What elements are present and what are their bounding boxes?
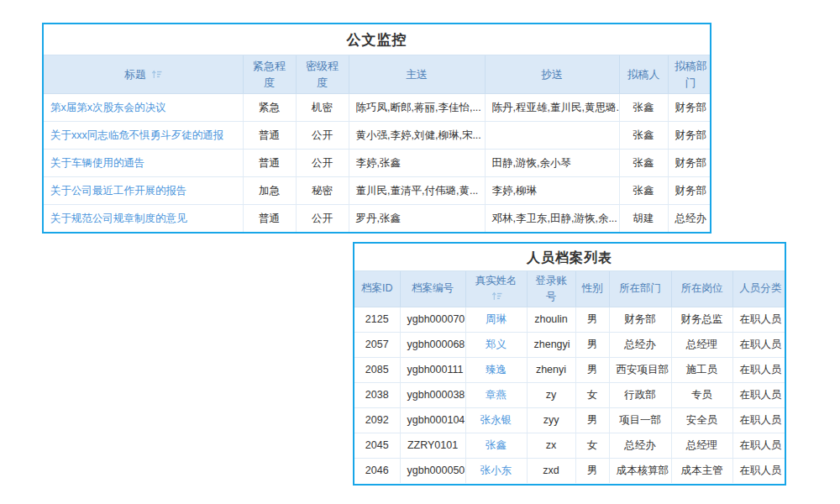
- table-cell: 总经办: [668, 205, 711, 233]
- table-cell: 财务部: [668, 177, 711, 205]
- table-cell: zy: [527, 382, 575, 407]
- link-cell[interactable]: 章燕: [465, 382, 527, 407]
- table-cell: 2125: [354, 307, 400, 332]
- link-cell[interactable]: 张永银: [465, 407, 527, 433]
- table-cell: 董川民,董清平,付伟璐,黄...: [349, 177, 485, 205]
- table-cell: 财务部: [668, 94, 711, 122]
- table-cell: ygbh000111: [400, 357, 465, 382]
- table-cell: 在职人员: [732, 382, 786, 407]
- table-row: 2092ygbh000104张永银zyy男项目一部安全员在职人员: [354, 407, 786, 433]
- table-cell: 秘密: [296, 177, 349, 205]
- doc-monitor-body: 第x届第x次股东会的决议紧急机密陈巧凤,断郎,蒋丽,李佳怡,...陈丹,程亚雄,…: [44, 94, 711, 233]
- column-header: 人员分类: [732, 271, 786, 307]
- table-cell: ZZRY0101: [400, 433, 465, 458]
- link-cell[interactable]: 第x届第x次股东会的决议: [44, 94, 243, 122]
- table-cell: 财务部: [668, 150, 711, 177]
- table-cell: 2057: [354, 332, 400, 357]
- column-header: 登录账号: [527, 271, 575, 307]
- table-cell: 普通: [243, 122, 296, 150]
- table-cell: 公开: [296, 122, 349, 150]
- column-label: 档案ID: [361, 282, 393, 294]
- table-cell: 张鑫: [619, 122, 668, 150]
- link-cell[interactable]: 张鑫: [465, 433, 527, 458]
- table-row: 关于车辆使用的通告普通公开李婷,张鑫田静,游恢,余小琴张鑫财务部: [44, 150, 711, 177]
- link-cell[interactable]: 关于公司最近工作开展的报告: [44, 177, 243, 205]
- column-header[interactable]: 真实姓名: [465, 271, 527, 307]
- table-cell: ygbh000104: [400, 407, 465, 433]
- table-cell: 普通: [243, 205, 296, 233]
- column-label: 人员分类: [739, 282, 781, 294]
- table-cell: zx: [527, 433, 575, 458]
- table-row: 第x届第x次股东会的决议紧急机密陈巧凤,断郎,蒋丽,李佳怡,...陈丹,程亚雄,…: [44, 94, 711, 122]
- table-cell: 2092: [354, 407, 400, 433]
- sort-icon[interactable]: [151, 70, 162, 79]
- table-cell: 在职人员: [732, 433, 786, 458]
- table-cell: 公开: [296, 205, 349, 233]
- table-cell: 项目一部: [609, 407, 671, 433]
- table-row: 2038ygbh000038章燕zy女行政部专员在职人员: [354, 382, 786, 407]
- table-cell: 胡建: [619, 205, 668, 233]
- table-cell: 财务部: [668, 122, 711, 150]
- table-cell: 施工员: [671, 357, 732, 382]
- table-row: 2057ygbh000068郑义zhengyi男总经办总经理在职人员: [354, 332, 786, 357]
- column-label: 主送: [406, 68, 428, 81]
- table-cell: 男: [575, 407, 609, 433]
- column-label: 标题: [124, 68, 146, 81]
- table-row: 2125ygbh000070周琳zhoulin男财务部财务总监在职人员: [354, 307, 786, 332]
- table-cell: 总经办: [609, 433, 671, 458]
- table-cell: 成本核算部: [609, 458, 671, 483]
- doc-monitor-panel: 公文监控 标题 紧急程度密级程度主送抄送拟稿人拟稿部门 第x届第x次股东会的决议…: [42, 23, 711, 234]
- link-cell[interactable]: 关于规范公司规章制度的意见: [44, 205, 243, 233]
- doc-monitor-header: 标题 紧急程度密级程度主送抄送拟稿人拟稿部门: [44, 55, 711, 94]
- link-cell[interactable]: 张小东: [465, 458, 527, 483]
- table-row: 2046ygbh000050张小东zxd男成本核算部成本主管在职人员: [354, 458, 786, 483]
- column-header: 所在部门: [609, 271, 671, 307]
- table-row: 2045ZZRY0101张鑫zx女总经办总经理在职人员: [354, 433, 786, 458]
- table-cell: 西安项目部: [609, 357, 671, 382]
- table-cell: 财务部: [609, 307, 671, 332]
- link-cell[interactable]: 郑义: [465, 332, 527, 357]
- table-cell: 黄小强,李婷,刘健,柳琳,宋...: [349, 122, 485, 150]
- table-cell: 2045: [354, 433, 400, 458]
- doc-monitor-title: 公文监控: [44, 24, 710, 55]
- column-label: 档案编号: [412, 282, 454, 294]
- table-cell: 男: [575, 357, 609, 382]
- link-cell[interactable]: 臻逸: [465, 357, 527, 382]
- column-header[interactable]: 标题: [44, 55, 243, 94]
- table-cell: 田静,游恢,余小琴: [485, 150, 619, 177]
- table-cell: 张鑫: [619, 150, 668, 177]
- column-label: 登录账号: [535, 275, 567, 302]
- table-cell: 陈巧凤,断郎,蒋丽,李佳怡,...: [349, 94, 485, 122]
- column-header: 档案ID: [354, 271, 400, 307]
- personnel-archive-body: 2125ygbh000070周琳zhoulin男财务部财务总监在职人员2057y…: [354, 307, 786, 483]
- table-cell: ygbh000050: [400, 458, 465, 483]
- link-cell[interactable]: 周琳: [465, 307, 527, 332]
- personnel-archive-panel: 人员档案列表 档案ID档案编号真实姓名登录账号性别所在部门所在岗位人员分类 21…: [353, 242, 786, 486]
- table-cell: 2038: [354, 382, 400, 407]
- table-cell: zxd: [527, 458, 575, 483]
- table-cell: 总经理: [671, 433, 732, 458]
- table-cell: 在职人员: [732, 407, 786, 433]
- column-header: 紧急程度: [243, 55, 296, 94]
- table-cell: 紧急: [243, 94, 296, 122]
- table-cell: 在职人员: [732, 332, 786, 357]
- link-cell[interactable]: 关于车辆使用的通告: [44, 150, 243, 177]
- table-cell: 普通: [243, 150, 296, 177]
- column-label: 性别: [582, 282, 603, 294]
- column-label: 所在岗位: [681, 282, 723, 294]
- table-cell: [485, 122, 619, 150]
- table-row: 关于xxx同志临危不惧勇斗歹徒的通报普通公开黄小强,李婷,刘健,柳琳,宋...张…: [44, 122, 711, 150]
- table-cell: 机密: [296, 94, 349, 122]
- table-cell: zhengyi: [527, 332, 575, 357]
- table-cell: 李婷,张鑫: [349, 150, 485, 177]
- table-cell: 成本主管: [671, 458, 732, 483]
- column-label: 所在部门: [619, 282, 661, 294]
- column-header: 密级程度: [296, 55, 349, 94]
- table-cell: 在职人员: [732, 357, 786, 382]
- table-cell: 张鑫: [619, 94, 668, 122]
- table-cell: 邓林,李卫东,田静,游恢,余...: [485, 205, 619, 233]
- table-cell: 男: [575, 332, 609, 357]
- sort-icon[interactable]: [491, 291, 502, 301]
- personnel-archive-title: 人员档案列表: [354, 244, 785, 270]
- link-cell[interactable]: 关于xxx同志临危不惧勇斗歹徒的通报: [44, 122, 243, 150]
